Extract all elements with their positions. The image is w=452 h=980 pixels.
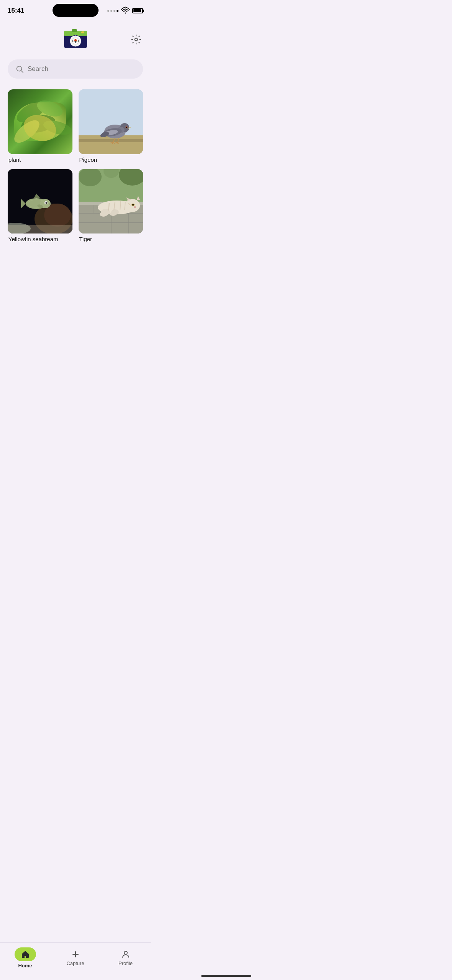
status-right [107, 6, 143, 15]
svg-point-75 [110, 212, 117, 216]
grid-item-fish[interactable]: Yellowfin seabream [8, 169, 72, 243]
dynamic-island [53, 4, 99, 17]
svg-point-58 [49, 203, 51, 205]
svg-point-0 [125, 13, 126, 14]
svg-point-24 [42, 118, 72, 138]
gear-icon [131, 34, 141, 45]
fish-image [8, 169, 72, 234]
svg-point-74 [100, 212, 107, 217]
svg-point-57 [46, 202, 46, 203]
settings-button[interactable] [129, 33, 143, 46]
svg-point-17 [135, 38, 138, 41]
svg-point-56 [46, 202, 48, 204]
plant-label: plant [8, 156, 72, 163]
search-icon [15, 65, 24, 73]
pigeon-image [79, 89, 143, 154]
svg-point-14 [74, 41, 76, 43]
search-bar[interactable] [8, 59, 143, 79]
svg-point-36 [126, 127, 127, 128]
plant-image [8, 89, 72, 154]
status-bar: 15:41 [0, 0, 151, 19]
tiger-image [79, 169, 143, 234]
status-time: 15:41 [8, 7, 24, 15]
battery-icon [132, 8, 143, 13]
wifi-icon [121, 6, 130, 15]
signal-icon [107, 10, 118, 12]
grid-item-pigeon[interactable]: Pigeon [79, 89, 143, 163]
svg-rect-16 [81, 31, 84, 33]
fish-label: Yellowfin seabream [8, 236, 72, 242]
svg-line-19 [21, 71, 23, 72]
svg-rect-15 [72, 29, 77, 32]
pigeon-label: Pigeon [79, 156, 143, 163]
svg-rect-27 [79, 139, 143, 142]
svg-point-83 [134, 206, 136, 208]
svg-point-23 [11, 116, 43, 146]
search-container [0, 59, 151, 86]
grid-item-tiger[interactable]: Tiger [79, 169, 143, 243]
app-header [0, 19, 151, 59]
app-logo[interactable] [60, 23, 91, 54]
tiger-label: Tiger [79, 236, 143, 242]
svg-point-82 [132, 204, 134, 206]
search-input[interactable] [28, 65, 135, 73]
svg-rect-26 [79, 135, 143, 154]
grid-item-plant[interactable]: plant [8, 89, 72, 163]
image-grid: plant [0, 86, 151, 250]
svg-line-78 [129, 205, 131, 205]
